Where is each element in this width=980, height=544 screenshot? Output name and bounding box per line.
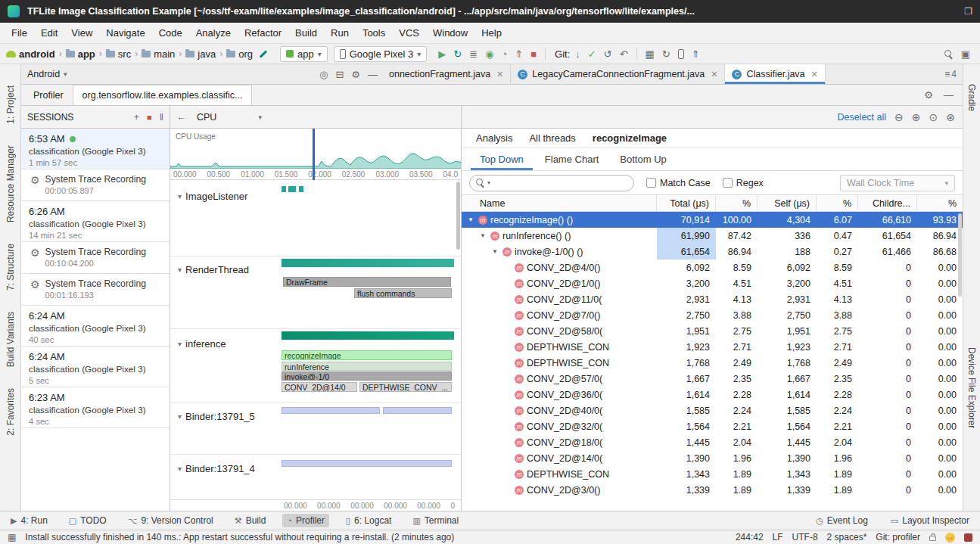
git-commit-icon[interactable]: ✓ [584,48,600,60]
breadcrumb-module[interactable]: android [6,48,55,60]
thread-row-inference[interactable]: ▾ inference [178,338,226,350]
stop-recording-icon[interactable]: ■ [147,113,152,122]
cpu-usage-chart[interactable]: CPU Usage 00.00000.50001.00001.50002.000… [170,129,461,180]
clock-type-select[interactable]: Wall Clock Time ▾ [840,175,955,191]
thread-row-binder4[interactable]: ▾ Binder:13791_4 [178,463,255,474]
apply-changes-icon[interactable]: ↻ [450,48,465,60]
device-manager-icon[interactable] [678,49,684,59]
feedback-smiley-icon[interactable]: ◡ [945,533,955,542]
menu-item[interactable]: Run [324,24,356,42]
deselect-all-link[interactable]: Deselect all [837,112,886,123]
git-history-icon[interactable]: ↶ [616,48,632,60]
timeline-scrollbar[interactable] [456,182,460,250]
reset-zoom-icon[interactable]: ⊙ [929,111,938,123]
indent-indicator[interactable]: 2 spaces* [827,532,867,542]
trace-event-bar[interactable]: DrawFrame [283,277,451,287]
encoding-indicator[interactable]: UTF-8 [792,532,818,542]
tool-stripe-button-gradle[interactable]: Gradle [966,84,977,111]
analysis-subtab[interactable]: Flame Chart [536,148,608,170]
breadcrumb-item[interactable]: › app [58,48,95,60]
thread-row-binder5[interactable]: ▾ Binder:13791_5 [178,411,255,422]
breadcrumb-item[interactable]: › src [98,48,131,60]
session-item[interactable]: 6:23 AM classification (Google Pixel 3) … [21,387,170,428]
session-item[interactable]: 6:53 AM classification (Google Pixel 3) … [21,129,170,169]
git-update-icon[interactable]: ↓ [571,48,584,60]
table-row[interactable]: ▼ m CONV_2D@57/0( 1,667 2.35 1,667 2.35 … [462,371,963,387]
tool-window-button[interactable]: ▶ 4: Run [6,514,52,527]
sdk-manager-icon[interactable]: ⇑ [688,48,704,60]
pause-icon[interactable]: ‖ [160,111,163,123]
profiler-tab[interactable]: Profiler [24,85,73,105]
table-row[interactable]: ▼ m CONV_2D@58/0( 1,951 2.75 1,951 2.75 … [462,323,963,339]
collapse-icon[interactable]: ▾ [178,266,182,274]
zoom-out-icon[interactable]: ⊖ [894,111,904,123]
gear-icon[interactable]: ⚙ [351,69,360,80]
tool-window-switcher-icon[interactable]: ▦ [8,532,16,542]
collapse-icon[interactable]: ▾ [178,412,182,421]
tool-stripe-button[interactable]: Build Variants [5,312,16,367]
tool-window-button[interactable]: ◷ Event Log [811,514,873,527]
collapse-icon[interactable]: ▾ [178,192,182,201]
menu-item[interactable]: Build [288,24,324,42]
debug-icon[interactable]: ◉ [481,48,497,60]
attach-debugger-icon[interactable]: ⇑ [511,48,527,60]
trace-event-bar[interactable]: CONV_2D@14/0 [282,382,357,392]
thread-row-renderthread[interactable]: ▾ RenderThread [178,264,249,275]
tool-window-button[interactable]: ▭ Layout Inspector [886,514,974,527]
menu-item[interactable]: Navigate [99,24,151,42]
trace-event-bar[interactable]: invoke@-1/0 [282,371,452,381]
trace-event-bar[interactable]: recognizeImage [282,350,452,360]
table-row[interactable]: ▼ m runInference() () 61,990 87.42 336 0… [462,228,963,244]
table-row[interactable]: ▼ m CONV_2D@36/0( 1,614 2.28 1,614 2.28 … [462,387,963,403]
menu-item[interactable]: Refactor [238,24,288,42]
thread-row-imagelistener[interactable]: ▾ ImageListener [178,191,247,202]
profiler-tab[interactable]: org.tensorflow.lite.examples.classific..… [73,85,253,105]
tool-window-button[interactable]: ◔ Profiler [282,514,329,527]
tool-window-button[interactable]: ▢ TODO [64,514,111,527]
status-message[interactable]: Install successfully finished in 140 ms.… [25,532,726,542]
expand-arrow-icon[interactable]: ▼ [466,216,475,223]
menu-item[interactable]: View [64,24,99,42]
project-view-select[interactable]: Android ▾ [26,69,67,79]
zoom-to-selection-icon[interactable]: ⊛ [946,111,955,123]
menu-item[interactable]: VCS [392,24,426,42]
git-revert-icon[interactable]: ↺ [600,48,616,60]
expand-arrow-icon[interactable]: ▼ [478,232,487,239]
profile-icon[interactable]: ◔ [497,48,511,60]
table-row[interactable]: ▼ m CONV_2D@4/0() 6,092 8.59 6,092 8.59 … [462,260,963,275]
table-row[interactable]: ▼ m DEPTHWISE_CON 1,768 2.49 1,768 2.49 … [462,355,963,371]
zoom-in-icon[interactable]: ⊕ [912,111,921,123]
tool-stripe-button[interactable]: 7: Structure [5,244,16,291]
sync-project-icon[interactable]: ↻ [658,48,674,60]
column-header[interactable]: Name [462,195,657,211]
table-scrollbar[interactable] [958,213,962,297]
line-ending-indicator[interactable]: LF [773,532,783,542]
column-header[interactable]: % [817,195,858,211]
breadcrumb-item[interactable]: › org [219,48,253,60]
hidden-tabs-dropdown[interactable]: ≡ 4 [944,64,963,84]
expand-arrow-icon[interactable]: ▼ [490,248,499,255]
search-everywhere-icon[interactable] [944,50,953,58]
editor-tab[interactable]: C Classifier.java ✕ [725,64,825,84]
run-configuration-select[interactable]: app ▾ [280,46,328,62]
hide-panel-icon[interactable]: — [368,69,378,80]
breadcrumb-item[interactable]: › java [178,48,216,60]
match-case-checkbox[interactable]: Match Case [646,178,711,188]
table-row[interactable]: ▼ m CONV_2D@18/0( 1,445 2.04 1,445 2.04 … [462,434,963,450]
menu-item[interactable]: Tools [356,24,392,42]
trace-event-bar[interactable]: runInference [282,362,452,371]
restore-layout-icon[interactable]: ▣ [957,48,974,60]
selection-line[interactable] [313,129,315,180]
session-item[interactable]: 6:24 AM classification (Google Pixel 3) … [21,306,170,347]
collapse-all-icon[interactable]: ⊟ [335,69,344,80]
tool-stripe-button[interactable]: 1: Project [5,85,16,124]
analysis-tab[interactable]: recognizeImage [586,129,674,147]
table-row[interactable]: ▼ m CONV_2D@7/0() 2,750 3.88 2,750 3.88 … [462,307,963,323]
table-row[interactable]: ▼ m invoke@-1/0() () 61,654 86.94 188 0.… [462,244,963,260]
window-controls-icon[interactable]: ❐ [964,6,972,17]
tool-stripe-button[interactable]: Resource Manager [5,145,16,222]
tool-stripe-button-device-file-explorer[interactable]: Device File Explorer [966,347,977,428]
menu-item[interactable]: Window [426,24,474,42]
add-session-icon[interactable]: + [133,111,139,123]
session-item[interactable]: System Trace Recording 00:00:05.897 ⚙ Sy… [21,169,170,201]
